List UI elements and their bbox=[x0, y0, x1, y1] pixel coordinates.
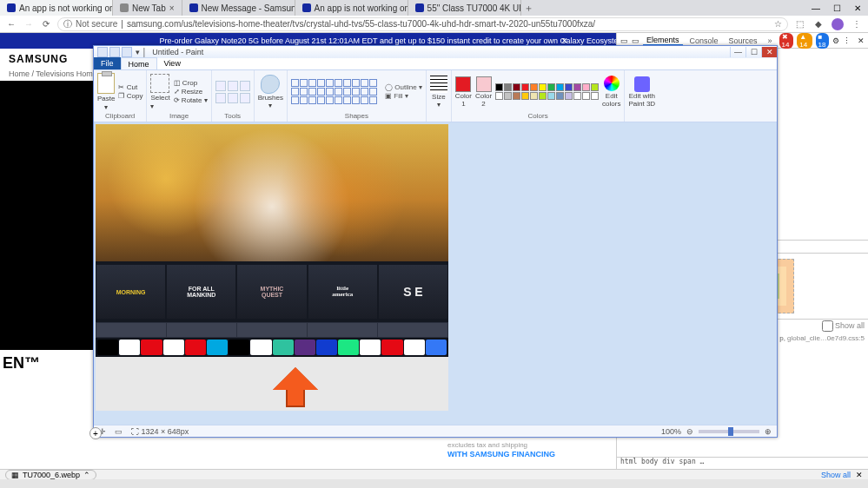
undo-icon[interactable] bbox=[109, 47, 120, 57]
palette-swatch[interactable] bbox=[513, 83, 520, 91]
close-icon[interactable]: ✕ bbox=[856, 471, 863, 479]
reload-icon[interactable]: ⟳ bbox=[40, 18, 52, 30]
close-icon[interactable]: × bbox=[169, 3, 175, 13]
shape-icon[interactable] bbox=[352, 79, 360, 87]
show-all-link[interactable]: Show all bbox=[821, 471, 851, 479]
browser-tab[interactable]: 55" Class TU7000 4K UHD HDR …× bbox=[408, 0, 521, 16]
palette-swatch[interactable] bbox=[565, 92, 573, 100]
shape-icon[interactable] bbox=[300, 96, 308, 104]
more-tabs-icon[interactable]: » bbox=[765, 36, 776, 45]
shape-icon[interactable] bbox=[326, 88, 334, 96]
picker-icon[interactable] bbox=[228, 93, 238, 103]
browser-tab[interactable]: New Tab× bbox=[113, 0, 182, 16]
eraser-icon[interactable] bbox=[215, 93, 226, 103]
palette-swatch[interactable] bbox=[495, 83, 503, 91]
fill-button[interactable]: ▣ Fill ▾ bbox=[385, 92, 422, 100]
edit-colors-button[interactable]: Edit colors bbox=[602, 76, 620, 108]
star-icon[interactable]: ☆ bbox=[774, 19, 782, 29]
chrome-maximize-icon[interactable]: ☐ bbox=[826, 0, 847, 16]
shape-icon[interactable] bbox=[317, 96, 325, 104]
shape-icon[interactable] bbox=[361, 79, 368, 87]
inspect-icon[interactable]: ▭ bbox=[620, 36, 628, 45]
palette-swatch[interactable] bbox=[573, 83, 581, 91]
menu-icon[interactable]: ⋮ bbox=[843, 36, 851, 45]
crop-button[interactable]: ◫ Crop bbox=[174, 79, 208, 87]
color-palette[interactable] bbox=[495, 83, 599, 100]
showall-checkbox[interactable] bbox=[822, 320, 833, 332]
chrome-close-icon[interactable]: ✕ bbox=[847, 0, 868, 16]
extension-icon[interactable]: ◆ bbox=[812, 18, 825, 30]
shape-icon[interactable] bbox=[335, 79, 342, 87]
shape-icon[interactable] bbox=[361, 96, 368, 104]
pencil-icon[interactable] bbox=[215, 81, 226, 91]
paint-canvas-area[interactable]: MORNING FOR ALL MANKIND MYTHIC QUEST lit… bbox=[94, 122, 777, 425]
shape-icon[interactable] bbox=[335, 88, 342, 96]
paint3d-button[interactable]: Edit with Paint 3D bbox=[628, 76, 655, 108]
zoom-in-icon[interactable]: ⊕ bbox=[765, 427, 772, 436]
palette-swatch[interactable] bbox=[539, 83, 547, 91]
shape-icon[interactable] bbox=[308, 96, 316, 104]
devtools-tab[interactable]: Elements bbox=[643, 36, 683, 46]
shape-icon[interactable] bbox=[369, 79, 377, 87]
shape-icon[interactable] bbox=[308, 88, 316, 96]
palette-swatch[interactable] bbox=[573, 92, 581, 100]
shape-icon[interactable] bbox=[300, 88, 308, 96]
palette-swatch[interactable] bbox=[504, 92, 512, 100]
view-tab[interactable]: View bbox=[157, 57, 188, 69]
palette-swatch[interactable] bbox=[530, 83, 538, 91]
palette-swatch[interactable] bbox=[495, 92, 503, 100]
shape-icon[interactable] bbox=[291, 88, 299, 96]
download-chip[interactable]: ▦TU7000_6.webp⌃ bbox=[5, 470, 96, 480]
zoom-out-icon[interactable]: ⊖ bbox=[686, 427, 693, 436]
shape-icon[interactable] bbox=[300, 79, 308, 87]
palette-swatch[interactable] bbox=[521, 83, 529, 91]
close-icon[interactable]: ✕ bbox=[761, 47, 777, 57]
outline-button[interactable]: ◯ Outline ▾ bbox=[385, 83, 422, 91]
shape-icon[interactable] bbox=[317, 79, 325, 87]
paint-document[interactable]: MORNING FOR ALL MANKIND MYTHIC QUEST lit… bbox=[96, 124, 448, 411]
forward-icon[interactable]: → bbox=[23, 18, 35, 30]
shape-icon[interactable] bbox=[291, 96, 299, 104]
omnibox[interactable]: ⓘ Not secure | samsung.com/us/television… bbox=[57, 17, 788, 31]
paint-titlebar[interactable]: ▾ │ Untitled - Paint — ☐ ✕ bbox=[94, 46, 777, 58]
palette-swatch[interactable] bbox=[582, 83, 590, 91]
palette-swatch[interactable] bbox=[556, 92, 564, 100]
palette-swatch[interactable] bbox=[504, 83, 512, 91]
shape-icon[interactable] bbox=[343, 88, 351, 96]
menu-icon[interactable]: ⋮ bbox=[851, 18, 863, 30]
brushes-button[interactable]: Brushes▾ bbox=[258, 75, 283, 109]
browser-tab[interactable]: An app is not working on my TV× bbox=[295, 0, 408, 16]
tools-palette[interactable] bbox=[215, 81, 250, 103]
avatar-icon[interactable] bbox=[832, 18, 844, 30]
devtools-tab[interactable]: Console bbox=[686, 36, 722, 45]
palette-swatch[interactable] bbox=[547, 83, 555, 91]
shape-icon[interactable] bbox=[369, 96, 377, 104]
warn-count[interactable]: ▲ 14 bbox=[797, 33, 812, 49]
shape-icon[interactable] bbox=[352, 88, 360, 96]
rotate-button[interactable]: ⟳ Rotate ▾ bbox=[174, 96, 208, 104]
shapes-gallery[interactable] bbox=[291, 79, 378, 104]
quick-access-toolbar[interactable] bbox=[94, 47, 136, 57]
shape-icon[interactable] bbox=[343, 79, 351, 87]
minimize-icon[interactable]: — bbox=[730, 47, 745, 57]
add-slide-button[interactable]: + bbox=[89, 427, 102, 439]
copy-button[interactable]: ❐ Copy bbox=[118, 92, 142, 100]
shape-icon[interactable] bbox=[308, 79, 316, 87]
maximize-icon[interactable]: ☐ bbox=[745, 47, 761, 57]
color2-button[interactable]: Color 2 bbox=[475, 76, 492, 108]
redo-icon[interactable] bbox=[122, 47, 132, 57]
palette-swatch[interactable] bbox=[547, 92, 555, 100]
device-icon[interactable]: ▭ bbox=[632, 36, 639, 45]
browser-tab[interactable]: An app is not working on my TV× bbox=[0, 0, 113, 16]
shape-icon[interactable] bbox=[317, 88, 325, 96]
home-tab[interactable]: Home bbox=[121, 57, 157, 69]
size-button[interactable]: Size▾ bbox=[430, 76, 447, 109]
back-icon[interactable]: ← bbox=[5, 18, 17, 30]
extension-icon[interactable]: ⬚ bbox=[793, 18, 805, 30]
palette-swatch[interactable] bbox=[530, 92, 538, 100]
shape-icon[interactable] bbox=[291, 79, 299, 87]
resize-button[interactable]: ⤢ Resize bbox=[174, 88, 208, 96]
browser-tab[interactable]: New Message - Samsung Com…× bbox=[182, 0, 295, 16]
palette-swatch[interactable] bbox=[556, 83, 564, 91]
zoom-control[interactable]: 100% ⊖ ⊕ bbox=[661, 427, 772, 436]
